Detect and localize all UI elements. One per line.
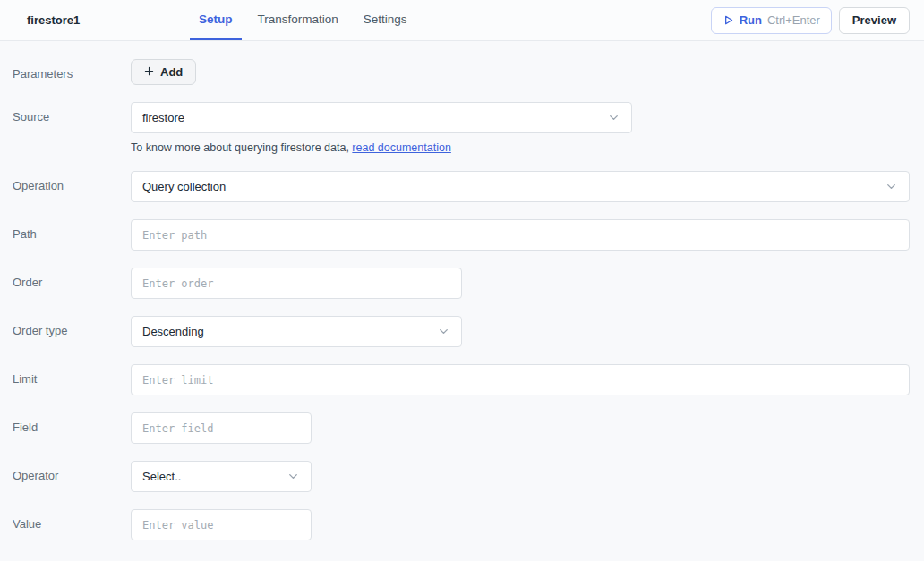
limit-input-wrapper bbox=[131, 364, 910, 395]
operation-select-value: Query collection bbox=[142, 180, 226, 193]
order-input-wrapper bbox=[131, 268, 462, 299]
source-row: Source firestore To know more about quer… bbox=[13, 102, 910, 154]
parameters-label: Parameters bbox=[13, 59, 131, 81]
operator-row: Operator Select.. bbox=[13, 461, 910, 492]
order-row: Order bbox=[13, 268, 910, 299]
operator-select-value: Select.. bbox=[142, 470, 181, 483]
run-button-label: Run bbox=[740, 13, 762, 27]
value-input[interactable] bbox=[142, 519, 300, 531]
limit-label: Limit bbox=[13, 364, 131, 386]
run-button[interactable]: Run Ctrl+Enter bbox=[711, 7, 832, 34]
order-type-select[interactable]: Descending bbox=[131, 316, 462, 347]
play-icon bbox=[723, 14, 734, 26]
run-shortcut: Ctrl+Enter bbox=[767, 13, 820, 27]
operation-row: Operation Query collection bbox=[13, 171, 910, 202]
source-select[interactable]: firestore bbox=[131, 102, 632, 133]
field-input[interactable] bbox=[142, 422, 300, 435]
tab-transformation[interactable]: Transformation bbox=[249, 0, 347, 40]
path-input-wrapper bbox=[131, 219, 910, 251]
value-input-wrapper bbox=[131, 509, 312, 540]
limit-row: Limit bbox=[13, 364, 910, 395]
query-editor-header: firestore1 Setup Transformation Settings… bbox=[0, 0, 924, 41]
path-label: Path bbox=[13, 219, 131, 241]
chevron-down-icon bbox=[287, 470, 300, 483]
field-label: Field bbox=[13, 412, 131, 434]
header-actions: Run Ctrl+Enter Preview bbox=[711, 0, 910, 40]
tab-settings[interactable]: Settings bbox=[355, 0, 416, 40]
value-label: Value bbox=[13, 509, 131, 531]
field-row: Field bbox=[13, 412, 910, 444]
add-parameter-label: Add bbox=[160, 65, 183, 79]
chevron-down-icon bbox=[437, 325, 450, 338]
path-input[interactable] bbox=[142, 229, 898, 242]
operator-label: Operator bbox=[13, 461, 131, 482]
operation-label: Operation bbox=[13, 171, 131, 192]
order-label: Order bbox=[13, 268, 131, 289]
order-type-select-value: Descending bbox=[142, 325, 204, 338]
path-row: Path bbox=[13, 219, 910, 251]
query-tabs: Setup Transformation Settings bbox=[190, 0, 711, 40]
operator-select[interactable]: Select.. bbox=[131, 461, 312, 492]
source-helper-prefix: To know more about querying firestore da… bbox=[131, 141, 352, 154]
order-type-label: Order type bbox=[13, 316, 131, 337]
value-row: Value bbox=[13, 509, 910, 540]
source-helper-text: To know more about querying firestore da… bbox=[131, 141, 910, 154]
parameters-row: Parameters Add bbox=[13, 59, 910, 85]
source-label: Source bbox=[13, 102, 131, 123]
operation-select[interactable]: Query collection bbox=[131, 171, 910, 202]
field-input-wrapper bbox=[131, 412, 312, 444]
tab-setup[interactable]: Setup bbox=[190, 0, 242, 40]
source-select-value: firestore bbox=[142, 111, 184, 124]
chevron-down-icon bbox=[607, 111, 620, 124]
query-title: firestore1 bbox=[27, 13, 161, 27]
order-type-row: Order type Descending bbox=[13, 316, 910, 347]
add-parameter-button[interactable]: Add bbox=[131, 59, 196, 85]
read-documentation-link[interactable]: read documentation bbox=[352, 141, 451, 154]
order-input[interactable] bbox=[142, 277, 450, 290]
chevron-down-icon bbox=[885, 180, 898, 193]
preview-button[interactable]: Preview bbox=[839, 7, 910, 34]
plus-icon bbox=[144, 65, 154, 79]
query-setup-form: Parameters Add Source firestore To know … bbox=[0, 41, 924, 540]
limit-input[interactable] bbox=[142, 374, 898, 387]
